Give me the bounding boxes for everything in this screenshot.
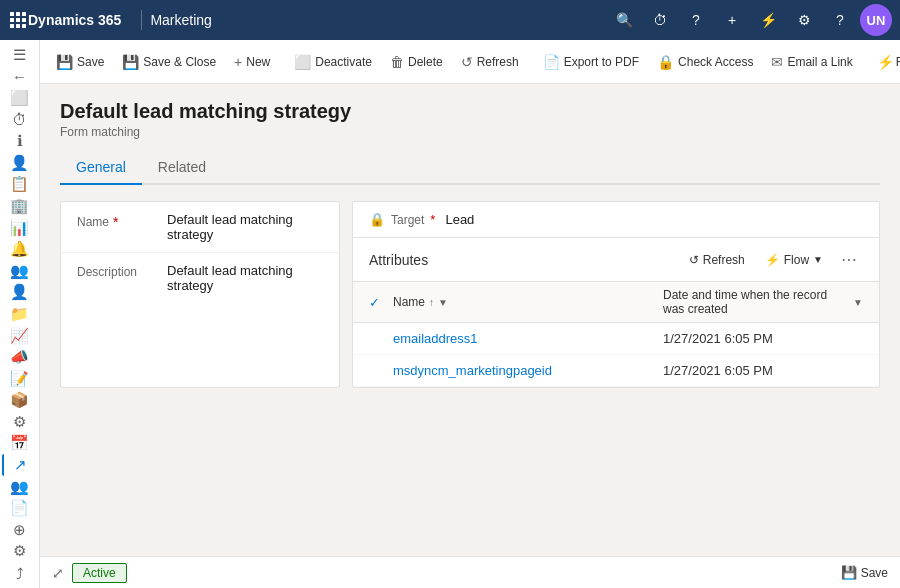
- attributes-refresh-button[interactable]: ↺ Refresh: [681, 249, 753, 271]
- attributes-table-header: ✓ Name ↑ ▼ Date and time when the record…: [353, 282, 879, 323]
- sidebar-documents-icon[interactable]: 📄: [2, 497, 38, 519]
- description-field-row: Description Default lead matching strate…: [61, 253, 339, 303]
- attr-more-button[interactable]: ⋯: [835, 246, 863, 273]
- sidebar-forms-icon[interactable]: 📝: [2, 368, 38, 390]
- status-save-button[interactable]: 💾 Save: [841, 565, 888, 580]
- sidebar-add-icon[interactable]: ⊕: [2, 519, 38, 541]
- new-button[interactable]: + New: [226, 50, 278, 74]
- sidebar-contacts-icon[interactable]: 👤: [2, 152, 38, 174]
- sidebar-calendar-icon[interactable]: 📅: [2, 433, 38, 455]
- target-value[interactable]: Lead: [445, 212, 474, 227]
- description-value[interactable]: Default lead matching strategy: [167, 263, 323, 293]
- export-pdf-button[interactable]: 📄 Export to PDF: [535, 50, 647, 74]
- deactivate-button[interactable]: ⬜ Deactivate: [286, 50, 380, 74]
- tabs: General Related: [60, 151, 880, 185]
- status-expand-icon[interactable]: ⤢: [52, 565, 64, 581]
- status-bar: ⤢ Active 💾 Save: [40, 556, 900, 588]
- sidebar-charts-icon[interactable]: 📈: [2, 325, 38, 347]
- attr-row-0-date: 1/27/2021 6:05 PM: [663, 331, 863, 346]
- attributes-section: 🔒 Target * Lead Attributes ↺ Refresh: [352, 201, 880, 388]
- filter-date-icon[interactable]: ▼: [853, 297, 863, 308]
- target-row: 🔒 Target * Lead: [369, 212, 863, 227]
- status-badge: Active: [72, 563, 127, 583]
- sidebar-dashboard-icon[interactable]: ⬜: [2, 87, 38, 109]
- lock-icon: 🔒: [369, 212, 385, 227]
- save-close-icon: 💾: [122, 54, 139, 70]
- sort-asc-icon: ↑: [429, 297, 434, 308]
- sidebar-settings-icon[interactable]: ⚙: [2, 411, 38, 433]
- sidebar-segments-icon[interactable]: 📦: [2, 390, 38, 412]
- sidebar-users-icon[interactable]: 👤: [2, 282, 38, 304]
- col-check-header: ✓: [369, 295, 393, 310]
- tab-related[interactable]: Related: [142, 151, 222, 185]
- status-left: ⤢ Active: [52, 563, 841, 583]
- filter-icon[interactable]: ⚡: [752, 4, 784, 36]
- search-icon[interactable]: 🔍: [608, 4, 640, 36]
- save-icon: 💾: [56, 54, 73, 70]
- top-navigation: Dynamics 365 Marketing 🔍 ⏱ ? + ⚡ ⚙ ? UN: [0, 0, 900, 40]
- plus-icon[interactable]: +: [716, 4, 748, 36]
- app-logo[interactable]: Dynamics 365: [28, 12, 121, 28]
- page-title: Default lead matching strategy: [60, 100, 880, 123]
- sidebar-config-icon[interactable]: ⚙: [2, 541, 38, 563]
- attributes-flow-button[interactable]: ⚡ Flow ▼: [757, 249, 831, 271]
- main-layout: ☰ ← ⬜ ⏱ ℹ 👤 📋 🏢 📊 🔔 👥 👤 📁 📈 📣 📝 📦 ⚙ 📅 ↗ …: [0, 40, 900, 588]
- refresh-icon: ↺: [461, 54, 473, 70]
- export-icon: 📄: [543, 54, 560, 70]
- sidebar-accounts-icon[interactable]: 🏢: [2, 195, 38, 217]
- status-save-icon: 💾: [841, 565, 857, 580]
- col-name-header[interactable]: Name ↑ ▼: [393, 295, 663, 309]
- recent-icon[interactable]: ⏱: [644, 4, 676, 36]
- sidebar-teams-icon[interactable]: 👥: [2, 260, 38, 282]
- sidebar-leads-icon[interactable]: 📋: [2, 174, 38, 196]
- help-icon[interactable]: ?: [680, 4, 712, 36]
- form-section: Name * Default lead matching strategy De…: [60, 201, 340, 388]
- page-subtitle: Form matching: [60, 125, 880, 139]
- name-label: Name *: [77, 212, 167, 230]
- name-value[interactable]: Default lead matching strategy: [167, 212, 323, 242]
- settings-icon[interactable]: ⚙: [788, 4, 820, 36]
- module-name: Marketing: [150, 12, 211, 28]
- sidebar-campaigns-icon[interactable]: 📣: [2, 346, 38, 368]
- nav-divider: [141, 10, 142, 30]
- sidebar-back-icon[interactable]: ←: [2, 66, 38, 88]
- app-name: Dynamics 365: [28, 12, 121, 28]
- check-access-button[interactable]: 🔒 Check Access: [649, 50, 761, 74]
- email-link-button[interactable]: ✉ Email a Link: [763, 50, 860, 74]
- attr-row-1-link[interactable]: msdyncm_marketingpageid: [393, 363, 552, 378]
- attributes-toolbar-actions: ↺ Refresh ⚡ Flow ▼ ⋯: [681, 246, 863, 273]
- attributes-title: Attributes: [369, 252, 681, 268]
- sidebar-info-icon[interactable]: ℹ: [2, 130, 38, 152]
- save-button[interactable]: 💾 Save: [48, 50, 112, 74]
- form-attributes-layout: Name * Default lead matching strategy De…: [60, 201, 880, 388]
- sidebar: ☰ ← ⬜ ⏱ ℹ 👤 📋 🏢 📊 🔔 👥 👤 📁 📈 📣 📝 📦 ⚙ 📅 ↗ …: [0, 40, 40, 588]
- delete-button[interactable]: 🗑 Delete: [382, 50, 451, 74]
- sidebar-reports-icon[interactable]: 📁: [2, 303, 38, 325]
- flow-icon: ⚡: [877, 54, 894, 70]
- nav-icons: 🔍 ⏱ ? + ⚡ ⚙ ? UN: [608, 4, 892, 36]
- sidebar-menu-icon[interactable]: ☰: [2, 44, 38, 66]
- sidebar-groups-icon[interactable]: 👥: [2, 476, 38, 498]
- attributes-toolbar: Attributes ↺ Refresh ⚡ Flow ▼ ⋯: [353, 238, 879, 282]
- save-close-button[interactable]: 💾 Save & Close: [114, 50, 224, 74]
- avatar[interactable]: UN: [860, 4, 892, 36]
- sidebar-alerts-icon[interactable]: 🔔: [2, 238, 38, 260]
- sidebar-matching-icon active[interactable]: ↗: [2, 454, 38, 476]
- name-required: *: [113, 214, 118, 230]
- attr-row-0-link[interactable]: emailaddress1: [393, 331, 478, 346]
- tab-general[interactable]: General: [60, 151, 142, 185]
- sidebar-activity-icon[interactable]: ⏱: [2, 109, 38, 131]
- filter-name-icon[interactable]: ▼: [438, 297, 448, 308]
- waffle-icon[interactable]: [8, 10, 28, 30]
- target-label: Target: [391, 213, 424, 227]
- header-check-icon[interactable]: ✓: [369, 295, 380, 310]
- attr-row-0-name: emailaddress1: [393, 331, 663, 346]
- flow-button[interactable]: ⚡ Flow ▼: [869, 50, 900, 74]
- sidebar-export-icon[interactable]: ⤴: [2, 562, 38, 584]
- attr-flow-icon: ⚡: [765, 253, 780, 267]
- question-icon[interactable]: ?: [824, 4, 856, 36]
- col-date-header[interactable]: Date and time when the record was create…: [663, 288, 863, 316]
- deactivate-icon: ⬜: [294, 54, 311, 70]
- refresh-button[interactable]: ↺ Refresh: [453, 50, 527, 74]
- sidebar-opportunities-icon[interactable]: 📊: [2, 217, 38, 239]
